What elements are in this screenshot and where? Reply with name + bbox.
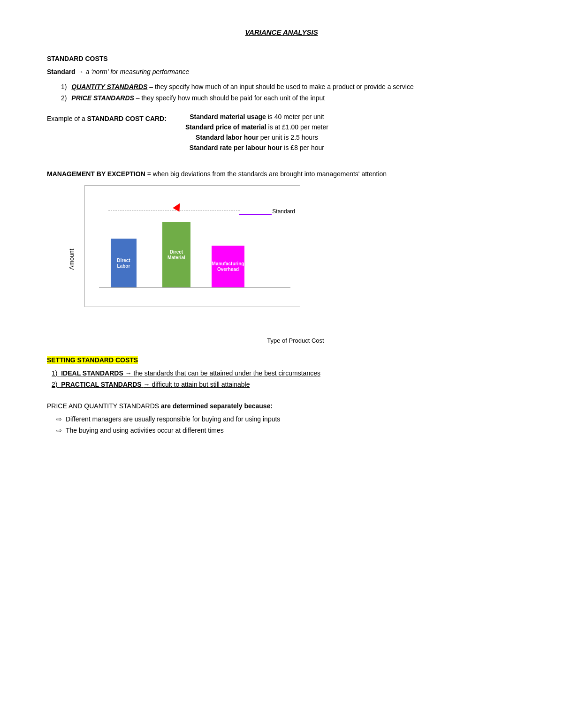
bar-direct-labor: DirectLabor	[111, 239, 137, 288]
bar-manufacturing-overhead: ManufacturingOverhead	[212, 246, 244, 288]
standard-def-text: a 'norm' for measuring performance	[85, 68, 189, 75]
standards-list: 1) QUANTITY STANDARDS – they specify how…	[61, 83, 516, 102]
pq-bullet-1: ⇨ Different managers are usually respons…	[56, 415, 516, 423]
standard-word: Standard	[47, 68, 76, 75]
arrow-symbol: →	[77, 68, 86, 75]
ideal-standards-item: 1) IDEAL STANDARDS → the standards that …	[52, 369, 516, 377]
bar-label-mfg-overhead: ManufacturingOverhead	[212, 261, 244, 272]
arrow-ideal: →	[125, 369, 134, 377]
chart-y-label: Amount	[68, 248, 75, 270]
cost-card-item-3: Standard labor hour per unit is 2.5 hour…	[185, 134, 328, 141]
pq-bullet-text-2: The buying and using activities occur at…	[66, 427, 224, 434]
pq-bullets: ⇨ Different managers are usually respons…	[56, 415, 516, 434]
cost-card-item-2: Standard price of material is at £1.00 p…	[185, 123, 328, 131]
pq-bullet-2: ⇨ The buying and using activities occur …	[56, 427, 516, 434]
cost-card-label-bold: STANDARD COST CARD:	[87, 115, 167, 122]
practical-label: PRACTICAL STANDARDS	[61, 381, 141, 388]
page-title: VARIANCE ANALYSIS	[47, 28, 516, 36]
ideal-num: 1)	[52, 369, 59, 377]
management-text: MANAGEMENT BY EXCEPTION = when big devia…	[47, 170, 516, 178]
management-heading: MANAGEMENT BY EXCEPTION	[47, 170, 145, 178]
quantity-standards-label: QUANTITY STANDARDS	[71, 83, 147, 90]
chart-wrapper: Amount ▲ Standard DirectLabor DirectMate…	[75, 185, 516, 333]
cost-card-item-4: Standard rate per labour hour is £8 per …	[185, 144, 328, 151]
setting-heading: SETTING STANDARD COSTS	[47, 356, 516, 364]
pq-heading-bold: are determined separately because:	[161, 402, 273, 410]
bar-direct-material: DirectMaterial	[162, 222, 190, 288]
bar-label-direct-material: DirectMaterial	[167, 249, 185, 261]
price-standards-text: – they specify how much should be paid f…	[136, 94, 325, 102]
management-section: MANAGEMENT BY EXCEPTION = when big devia…	[47, 170, 516, 333]
red-arrow-indicator: ▲	[169, 196, 188, 216]
arrow-practical: →	[144, 381, 152, 388]
ideal-label: IDEAL STANDARDS	[61, 369, 123, 377]
list-item-price: 2) PRICE STANDARDS – they specify how mu…	[61, 94, 516, 102]
pq-title: PRICE AND QUANTITY STANDARDS are determi…	[47, 402, 516, 410]
chart-x-label: Type of Product Cost	[75, 337, 516, 344]
standard-definition: Standard → a 'norm' for measuring perfor…	[47, 68, 516, 75]
management-desc: = when big deviations from the standards…	[147, 170, 387, 178]
ideal-text: the standards that can be attained under…	[134, 369, 320, 377]
cost-card-item-1: Standard material usage is 40 meter per …	[185, 113, 328, 120]
pq-bullet-text-1: Different managers are usually responsib…	[66, 415, 280, 423]
practical-text: difficult to attain but still attainable	[152, 381, 250, 388]
chart-area: ▲ Standard DirectLabor DirectMaterial Ma…	[85, 186, 300, 307]
chart-x-axis	[99, 287, 290, 288]
practical-standards-item: 2) PRACTICAL STANDARDS → difficult to at…	[52, 381, 516, 388]
setting-standard-costs-section: SETTING STANDARD COSTS 1) IDEAL STANDARD…	[47, 356, 516, 388]
list-num-1: 1)	[61, 83, 67, 90]
setting-list: 1) IDEAL STANDARDS → the standards that …	[52, 369, 516, 388]
pq-heading-underline: PRICE AND QUANTITY STANDARDS	[47, 402, 159, 410]
price-quantity-section: PRICE AND QUANTITY STANDARDS are determi…	[47, 402, 516, 434]
pq-bullet-arrow-1: ⇨	[56, 415, 62, 423]
bar-chart: ▲ Standard DirectLabor DirectMaterial Ma…	[84, 185, 300, 307]
cost-card-label: Example of a STANDARD COST CARD:	[47, 113, 167, 122]
setting-heading-text: SETTING STANDARD COSTS	[47, 356, 138, 364]
practical-num: 2)	[52, 381, 59, 388]
standard-line	[239, 214, 272, 215]
list-num-2: 2)	[61, 94, 67, 102]
pq-bullet-arrow-2: ⇨	[56, 427, 62, 434]
list-item-quantity: 1) QUANTITY STANDARDS – they specify how…	[61, 83, 516, 90]
cost-card-section: Example of a STANDARD COST CARD: Standar…	[47, 113, 516, 151]
standard-chart-label: Standard	[272, 208, 295, 215]
price-standards-label: PRICE STANDARDS	[71, 94, 134, 102]
cost-card-label-text: Example of a	[47, 115, 87, 122]
quantity-standards-text: – they specify how much of an input shou…	[149, 83, 413, 90]
bar-label-direct-labor: DirectLabor	[117, 258, 130, 269]
standard-costs-heading: STANDARD COSTS	[47, 55, 516, 62]
cost-card-details: Standard material usage is 40 meter per …	[185, 113, 328, 151]
